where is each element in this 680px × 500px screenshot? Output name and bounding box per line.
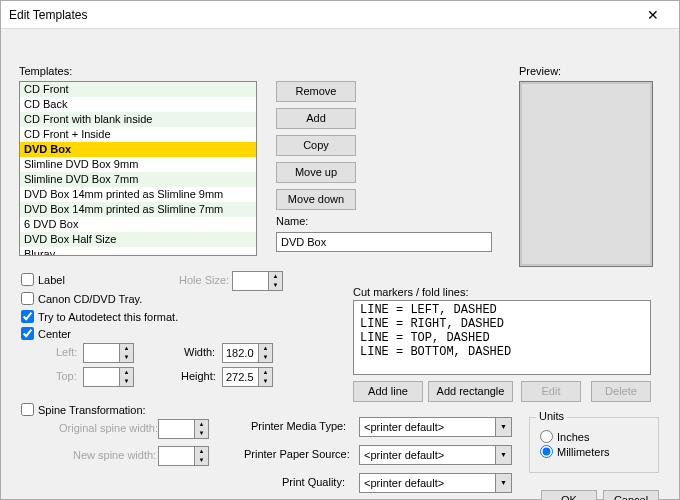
print-quality-label: Print Quality: xyxy=(282,476,345,488)
add-button[interactable]: Add xyxy=(276,108,356,129)
list-item[interactable]: CD Front + Inside xyxy=(20,127,256,142)
left-label: Left: xyxy=(56,346,77,358)
add-line-button[interactable]: Add line xyxy=(353,381,423,402)
list-item[interactable]: DVD Box xyxy=(20,142,256,157)
list-item[interactable]: CD Front with blank inside xyxy=(20,112,256,127)
top-label: Top: xyxy=(56,370,77,382)
new-spine-spinner[interactable]: ▲▼ xyxy=(158,446,209,466)
ok-button[interactable]: OK xyxy=(541,490,597,500)
copy-button[interactable]: Copy xyxy=(276,135,356,156)
orig-spine-spinner[interactable]: ▲▼ xyxy=(158,419,209,439)
preview-label: Preview: xyxy=(519,65,561,77)
width-spinner[interactable]: ▲▼ xyxy=(222,343,273,363)
remove-button[interactable]: Remove xyxy=(276,81,356,102)
delete-button: Delete xyxy=(591,381,651,402)
height-spinner[interactable]: ▲▼ xyxy=(222,367,273,387)
left-spinner[interactable]: ▲▼ xyxy=(83,343,134,363)
list-item[interactable]: DVD Box 14mm printed as Slimline 9mm xyxy=(20,187,256,202)
list-item[interactable]: 6 DVD Box xyxy=(20,217,256,232)
paper-source-label: Printer Paper Source: xyxy=(244,448,350,460)
window-title: Edit Templates xyxy=(9,8,88,22)
list-item[interactable]: Bluray xyxy=(20,247,256,256)
media-type-combo[interactable]: <printer default>▼ xyxy=(359,417,512,437)
canon-checkbox[interactable]: Canon CD/DVD Tray. xyxy=(21,292,142,305)
hole-size-label: Hole Size: xyxy=(179,274,229,286)
inches-radio[interactable]: Inches xyxy=(540,430,648,443)
add-rectangle-button[interactable]: Add rectangle xyxy=(428,381,513,402)
top-spinner[interactable]: ▲▼ xyxy=(83,367,134,387)
name-input[interactable] xyxy=(276,232,492,252)
edit-button: Edit xyxy=(521,381,581,402)
cut-markers-textbox[interactable]: LINE = LEFT, DASHED LINE = RIGHT, DASHED… xyxy=(353,300,651,375)
list-item[interactable]: Slimline DVD Box 9mm xyxy=(20,157,256,172)
list-item[interactable]: DVD Box 14mm printed as Slimline 7mm xyxy=(20,202,256,217)
list-item[interactable]: CD Front xyxy=(20,82,256,97)
autodetect-checkbox[interactable]: Try to Autodetect this format. xyxy=(21,310,178,323)
cut-label: Cut markers / fold lines: xyxy=(353,286,469,298)
orig-spine-label: Original spine width: xyxy=(59,422,158,434)
print-quality-combo[interactable]: <printer default>▼ xyxy=(359,473,512,493)
width-label: Width: xyxy=(184,346,215,358)
move-up-button[interactable]: Move up xyxy=(276,162,356,183)
cancel-button[interactable]: Cancel xyxy=(603,490,659,500)
templates-label: Templates: xyxy=(19,65,72,77)
units-group: Units Inches Millimeters xyxy=(529,417,659,473)
spine-checkbox[interactable]: Spine Transformation: xyxy=(21,403,146,416)
close-button[interactable]: ✕ xyxy=(635,2,671,28)
templates-listbox[interactable]: CD FrontCD BackCD Front with blank insid… xyxy=(19,81,257,256)
list-item[interactable]: DVD Box Half Size xyxy=(20,232,256,247)
name-label: Name: xyxy=(276,215,308,227)
preview-panel xyxy=(519,81,653,267)
move-down-button[interactable]: Move down xyxy=(276,189,356,210)
hole-size-spinner[interactable]: ▲▼ xyxy=(232,271,283,291)
center-checkbox[interactable]: Center xyxy=(21,327,71,340)
list-item[interactable]: CD Back xyxy=(20,97,256,112)
list-item[interactable]: Slimline DVD Box 7mm xyxy=(20,172,256,187)
titlebar: Edit Templates ✕ xyxy=(1,1,679,29)
media-type-label: Printer Media Type: xyxy=(251,420,346,432)
height-label: Height: xyxy=(181,370,216,382)
paper-source-combo[interactable]: <printer default>▼ xyxy=(359,445,512,465)
new-spine-label: New spine width: xyxy=(73,449,156,461)
label-checkbox[interactable]: Label xyxy=(21,273,65,286)
mm-radio[interactable]: Millimeters xyxy=(540,445,648,458)
